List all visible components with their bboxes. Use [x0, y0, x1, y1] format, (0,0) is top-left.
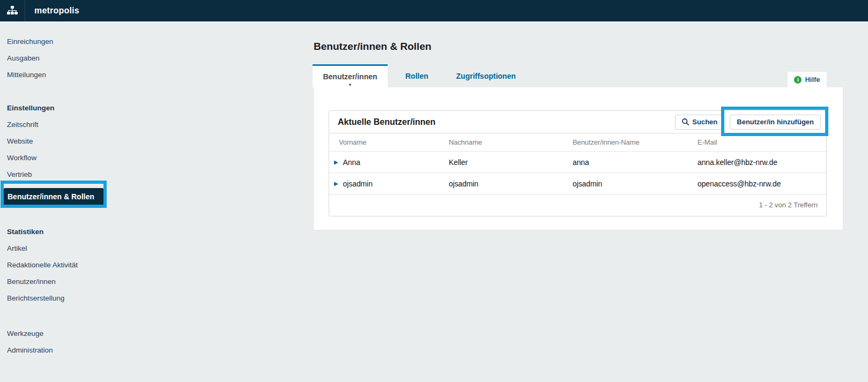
search-button-label: Suchen — [692, 118, 717, 126]
cell-benutzername: ojsadmin — [563, 179, 688, 188]
tab-rollen[interactable]: Rollen — [395, 64, 439, 87]
sidebar-item-ausgaben[interactable]: Ausgaben — [4, 50, 122, 66]
app-window: metropolis Einreichungen Ausgaben Mittei… — [0, 0, 868, 382]
sidebar-item-redaktionelle-aktivitaet[interactable]: Redaktionelle Aktivität — [4, 257, 122, 273]
cell-nachname: ojsadmin — [439, 179, 563, 188]
grid-title: Aktuelle Benutzer/innen — [338, 117, 435, 127]
column-header-vorname: Vorname — [329, 138, 439, 146]
column-header-email: E-Mail — [688, 138, 826, 146]
cell-nachname: Keller — [439, 158, 563, 167]
sidebar-nav: Einreichungen Ausgaben Mitteilungen Eins… — [4, 33, 122, 358]
table-header-row: Vorname Nachname Benutzer/innen-Name E-M… — [329, 133, 826, 152]
cell-email: openaccess@hbz-nrw.de — [688, 179, 826, 188]
cell-vorname: Anna — [343, 158, 360, 167]
site-nav-toggle[interactable] — [0, 0, 25, 21]
add-user-button-label: Benutzer/in hinzufügen — [737, 118, 814, 126]
search-icon — [682, 118, 689, 125]
tab-zugriffsoptionen[interactable]: Zugriffsoptionen — [446, 64, 526, 87]
sidebar-item-zeitschrift[interactable]: Zeitschrift — [4, 116, 122, 133]
cell-email: anna.keller@hbz-nrw.de — [688, 158, 826, 167]
active-tab-dot — [349, 84, 351, 86]
search-button[interactable]: Suchen — [675, 115, 724, 130]
top-bar: metropolis — [0, 0, 868, 21]
users-grid-panel: Aktuelle Benutzer/innen Suchen Benutzer/… — [329, 110, 827, 216]
sidebar-item-vertrieb[interactable]: Vertrieb — [4, 166, 122, 183]
tab-benutzer-innen-label: Benutzer/innen — [323, 72, 377, 81]
sidebar-item-benutzer-rollen-active[interactable]: Benutzer/innen & Rollen — [4, 188, 103, 205]
sitemap-icon — [7, 6, 18, 16]
help-button[interactable]: i Hilfe — [788, 72, 827, 87]
cell-benutzername: anna — [563, 158, 688, 167]
info-icon: i — [794, 76, 802, 84]
results-count: 1 - 2 von 2 Treffern — [329, 194, 826, 215]
column-header-benutzername: Benutzer/innen-Name — [563, 138, 688, 146]
expand-arrow-icon[interactable]: ▶ — [334, 181, 338, 186]
sidebar-item-mitteilungen[interactable]: Mitteilungen — [4, 66, 122, 83]
expand-arrow-icon[interactable]: ▶ — [334, 159, 338, 165]
sidebar-item-berichtserstellung[interactable]: Berichtserstellung — [4, 290, 122, 306]
table-row-anna[interactable]: ▶ Anna Keller anna anna.keller@hbz-nrw.d… — [329, 152, 826, 173]
grid-header: Aktuelle Benutzer/innen Suchen Benutzer/… — [329, 111, 826, 133]
sidebar-item-administration[interactable]: Administration — [4, 342, 122, 358]
column-header-nachname: Nachname — [439, 138, 563, 146]
sidebar-item-artikel[interactable]: Artikel — [4, 240, 122, 257]
sidebar-section-statistiken[interactable]: Statistiken — [4, 223, 122, 240]
table-row-ojsadmin[interactable]: ▶ ojsadmin ojsadmin ojsadmin openaccess@… — [329, 173, 826, 194]
help-label: Hilfe — [805, 76, 820, 84]
sidebar-item-werkzeuge[interactable]: Werkzeuge — [4, 325, 122, 342]
page-title: Benutzer/innen & Rollen — [314, 41, 432, 53]
tab-bar: Benutzer/innen Rollen Zugriffsoptionen — [313, 64, 526, 87]
sidebar-item-workflow[interactable]: Workflow — [4, 149, 122, 166]
journal-brand[interactable]: metropolis — [34, 6, 79, 16]
cell-vorname: ojsadmin — [343, 179, 373, 188]
tab-benutzer-innen[interactable]: Benutzer/innen — [313, 64, 388, 87]
sidebar-item-einreichungen[interactable]: Einreichungen — [4, 33, 122, 50]
sidebar-item-benutzer-innen[interactable]: Benutzer/innen — [4, 273, 122, 290]
sidebar-item-website[interactable]: Website — [4, 133, 122, 149]
add-user-button[interactable]: Benutzer/in hinzufügen — [730, 115, 821, 130]
sidebar-section-einstellungen[interactable]: Einstellungen — [4, 100, 122, 116]
